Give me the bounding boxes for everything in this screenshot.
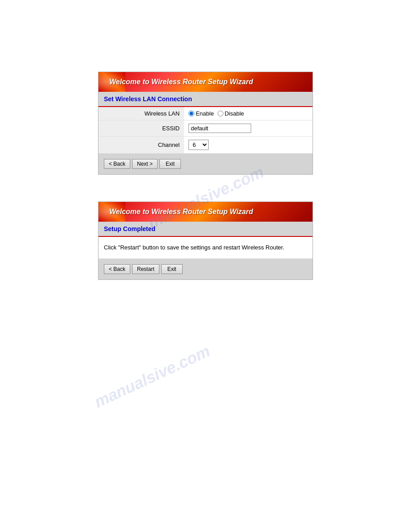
setup-info-text: Click "Restart" button to save the setti… bbox=[98, 237, 313, 259]
essid-row: ESSID bbox=[98, 120, 313, 137]
channel-select[interactable]: 1 2 3 4 5 6 7 8 9 10 11 12 13 bbox=[188, 140, 209, 150]
panel2-section-title: Setup Completed bbox=[98, 222, 313, 237]
enable-radio[interactable] bbox=[188, 111, 194, 116]
panel2-button-row: < Back Restart Exit bbox=[98, 259, 313, 279]
panel1-header: Welcome to Wireless Router Setup Wizard bbox=[98, 72, 313, 92]
panel1-exit-button[interactable]: Exit bbox=[159, 159, 181, 169]
essid-label: ESSID bbox=[98, 120, 184, 137]
wireless-lan-row: Wireless LAN Enable Disable bbox=[98, 107, 313, 120]
disable-label: Disable bbox=[225, 110, 244, 117]
essid-input[interactable] bbox=[188, 124, 251, 133]
disable-radio[interactable] bbox=[218, 111, 223, 116]
wireless-lan-panel: Welcome to Wireless Router Setup Wizard … bbox=[98, 72, 313, 175]
panel2-body: Setup Completed Click "Restart" button t… bbox=[98, 222, 313, 279]
panel2-exit-button[interactable]: Exit bbox=[161, 264, 183, 274]
panel2-restart-button[interactable]: Restart bbox=[132, 264, 159, 274]
enable-radio-label[interactable]: Enable bbox=[188, 110, 214, 117]
panel1-form-table: Wireless LAN Enable Disable bbox=[98, 107, 313, 154]
channel-label: Channel bbox=[98, 137, 184, 154]
panel2-header: Welcome to Wireless Router Setup Wizard bbox=[98, 202, 313, 222]
wireless-lan-label: Wireless LAN bbox=[98, 107, 184, 120]
panel1-header-title: Welcome to Wireless Router Setup Wizard bbox=[109, 78, 253, 86]
disable-radio-label[interactable]: Disable bbox=[218, 110, 244, 117]
essid-value-cell bbox=[184, 120, 313, 137]
panel1-next-button[interactable]: Next > bbox=[132, 159, 158, 169]
panel1-section-title: Set Wireless LAN Connection bbox=[98, 92, 313, 107]
watermark-2: manualsive.com bbox=[91, 342, 213, 412]
wireless-lan-radio-group: Enable Disable bbox=[188, 110, 308, 117]
channel-row: Channel 1 2 3 4 5 6 7 8 9 10 bbox=[98, 137, 313, 154]
wireless-lan-value-cell: Enable Disable bbox=[184, 107, 313, 120]
panel1-back-button[interactable]: < Back bbox=[104, 159, 130, 169]
panel2-header-title: Welcome to Wireless Router Setup Wizard bbox=[109, 208, 253, 216]
panel2-back-button[interactable]: < Back bbox=[104, 264, 130, 274]
enable-label: Enable bbox=[196, 110, 214, 117]
setup-completed-panel: Welcome to Wireless Router Setup Wizard … bbox=[98, 202, 313, 280]
panel1-button-row: < Back Next > Exit bbox=[98, 154, 313, 174]
panel1-body: Set Wireless LAN Connection Wireless LAN… bbox=[98, 92, 313, 174]
channel-value-cell: 1 2 3 4 5 6 7 8 9 10 11 12 13 bbox=[184, 137, 313, 154]
